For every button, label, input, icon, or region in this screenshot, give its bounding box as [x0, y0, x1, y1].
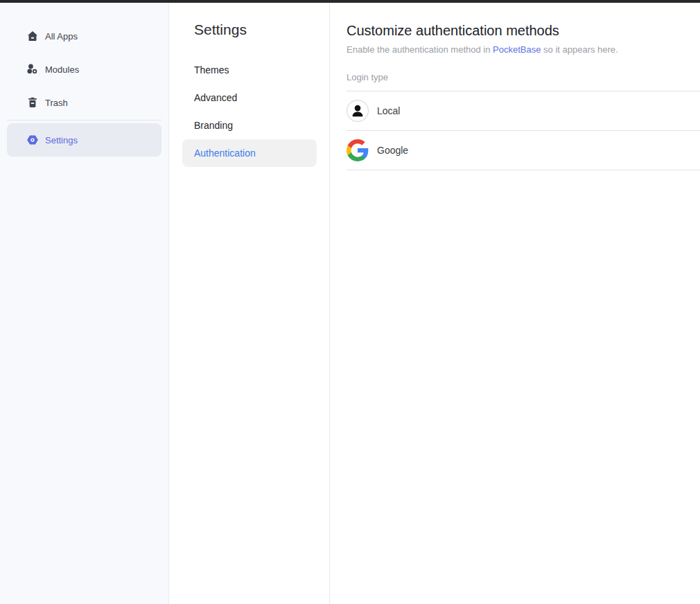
pocketbase-link[interactable]: PocketBase [493, 44, 541, 55]
sidebar-item-label: Trash [45, 98, 68, 108]
auth-row-label: Local [377, 105, 400, 116]
auth-row-local[interactable]: Local [347, 91, 700, 131]
auth-settings-content: Customize authentication methods Enable … [330, 0, 700, 604]
sidebar: All Apps Modules Trash Settings [0, 0, 169, 604]
google-icon [347, 139, 369, 161]
sidebar-item-label: Settings [45, 135, 78, 145]
settings-icon [26, 134, 39, 146]
top-bar [0, 0, 700, 3]
login-type-table: Login type Local Google [347, 72, 700, 170]
sidebar-item-all-apps[interactable]: All Apps [7, 19, 161, 53]
modules-icon [26, 63, 39, 76]
settings-tab-branding[interactable]: Branding [182, 112, 317, 139]
app-window: All Apps Modules Trash Settings [0, 0, 700, 604]
person-icon [347, 100, 369, 122]
settings-tab-themes[interactable]: Themes [182, 56, 317, 84]
sidebar-item-label: All Apps [45, 31, 78, 42]
settings-tab-advanced[interactable]: Advanced [182, 84, 317, 112]
login-type-header: Login type [347, 72, 700, 91]
trash-icon [26, 96, 39, 109]
settings-panel-title: Settings [194, 21, 329, 38]
sidebar-item-modules[interactable]: Modules [7, 53, 161, 86]
subtitle-text: Enable the authentication method in [347, 44, 493, 55]
settings-panel: Settings Themes Advanced Branding Authen… [169, 0, 330, 604]
page-subtitle: Enable the authentication method in Pock… [347, 44, 700, 55]
sidebar-item-settings[interactable]: Settings [7, 123, 161, 157]
settings-menu: Themes Advanced Branding Authentication [169, 56, 329, 167]
sidebar-nav: All Apps Modules Trash Settings [0, 19, 168, 157]
auth-row-google[interactable]: Google [347, 131, 700, 170]
page-title: Customize authentication methods [347, 22, 700, 39]
sidebar-divider [7, 120, 161, 121]
settings-tab-authentication[interactable]: Authentication [182, 139, 317, 167]
sidebar-item-label: Modules [45, 64, 79, 75]
sidebar-item-trash[interactable]: Trash [7, 86, 161, 119]
subtitle-text: so it appears here. [541, 44, 618, 55]
auth-row-label: Google [377, 145, 408, 156]
home-icon [26, 30, 39, 42]
